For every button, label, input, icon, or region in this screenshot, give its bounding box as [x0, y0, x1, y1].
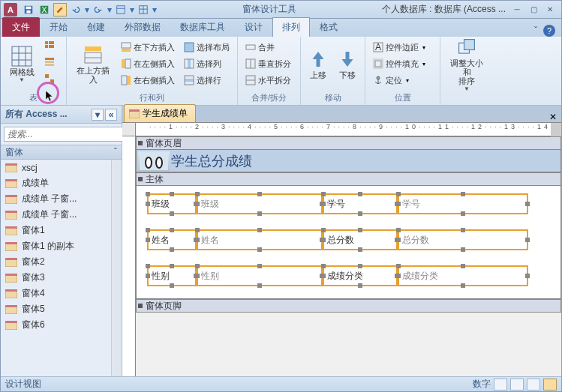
maximize-button[interactable]: ▢ — [525, 4, 542, 16]
control-padding[interactable]: 控件填充▾ — [370, 56, 428, 71]
qat-table[interactable] — [137, 3, 150, 16]
insert-right[interactable]: 在右侧插入 — [118, 73, 178, 88]
nav-item[interactable]: 窗体1 的副本 — [1, 238, 111, 254]
size-order[interactable]: 调整大小和 排序 ▼ — [445, 38, 488, 89]
svg-rect-48 — [464, 39, 475, 49]
field-label[interactable]: 性别 — [147, 265, 197, 286]
nav-item[interactable]: 成绩单 子窗... — [1, 207, 111, 223]
insert-above-button[interactable]: 在上方插入 — [71, 38, 115, 89]
qat-form1-dd[interactable]: ▾ — [130, 4, 134, 15]
ruler-h[interactable]: ····1····2····3····4····5····6····7····8… — [136, 123, 551, 136]
field-textbox[interactable]: 成绩分类 — [398, 265, 528, 286]
tab-home[interactable]: 开始 — [40, 17, 77, 37]
field-textbox[interactable]: 性别 — [197, 265, 323, 286]
merge-btn[interactable]: 合并 — [242, 40, 294, 55]
field-label[interactable]: 姓名 — [147, 229, 197, 250]
collapse-ribbon[interactable]: ˇ — [534, 25, 537, 36]
move-up[interactable]: 上移 — [305, 38, 332, 89]
svg-rect-60 — [5, 226, 17, 229]
field-label[interactable]: 总分数 — [323, 229, 398, 250]
control-margin[interactable]: A控件边距▾ — [370, 40, 428, 55]
remove-layout[interactable] — [41, 71, 58, 86]
field-textbox[interactable]: 班级 — [197, 193, 323, 214]
svg-rect-1 — [26, 6, 32, 9]
form-canvas[interactable]: 窗体页眉 学生总分成绩 主体 班级班级学号学号姓名姓名总分数总分数性别性别成绩分… — [136, 136, 561, 378]
view-datasheet[interactable] — [510, 379, 524, 391]
nav-dd[interactable]: ▾ — [92, 109, 104, 121]
close-button[interactable]: ✕ — [542, 4, 558, 16]
anchor-btn[interactable]: 定位▾ — [370, 73, 428, 88]
svg-point-79 — [157, 158, 161, 167]
select-col[interactable]: 选择列 — [181, 56, 233, 71]
vsplit-btn[interactable]: 垂直拆分 — [242, 56, 294, 71]
view-form[interactable] — [494, 379, 507, 391]
qat-redo-dd[interactable]: ▾ — [107, 4, 112, 15]
svg-rect-30 — [125, 59, 131, 68]
doc-close[interactable]: ✕ — [549, 112, 561, 122]
tab-file[interactable]: 文件 — [2, 17, 40, 37]
svg-rect-34 — [188, 59, 191, 68]
svg-rect-20 — [45, 61, 54, 63]
section-footer[interactable]: 窗体页脚 — [136, 299, 561, 313]
field-label[interactable]: 班级 — [147, 193, 197, 214]
select-layout[interactable]: 选择布局 — [181, 40, 233, 55]
view-design[interactable] — [543, 379, 557, 391]
tab-dbtools[interactable]: 数据库工具 — [170, 17, 235, 37]
nav-category[interactable]: 窗体ˇ — [1, 145, 122, 160]
svg-rect-74 — [129, 109, 140, 112]
qat-excel[interactable]: X — [38, 3, 51, 16]
field-label[interactable]: 学号 — [323, 193, 398, 214]
nav-search-input[interactable] — [4, 127, 125, 142]
insert-below[interactable]: 在下方插入 — [118, 40, 178, 55]
nav-item[interactable]: 窗体1 — [1, 223, 111, 238]
doc-tab[interactable]: 学生成绩单 — [124, 104, 196, 122]
nav-item[interactable]: 窗体3 — [1, 270, 111, 286]
tab-create[interactable]: 创建 — [77, 17, 115, 37]
nav-item[interactable]: xscj — [1, 160, 111, 175]
nav-collapse[interactable]: « — [105, 109, 117, 121]
tab-design[interactable]: 设计 — [235, 17, 272, 37]
field-label[interactable]: 成绩分类 — [323, 265, 398, 286]
minimize-button[interactable]: ─ — [509, 4, 525, 16]
help-icon[interactable]: ? — [543, 25, 555, 37]
tab-format[interactable]: 格式 — [310, 17, 347, 37]
section-header[interactable]: 窗体页眉 — [136, 136, 561, 150]
qat-redo[interactable] — [92, 3, 105, 16]
nav-scrollbar[interactable] — [111, 160, 122, 378]
view-layout[interactable] — [527, 379, 540, 391]
qat-form1[interactable] — [114, 3, 128, 16]
select-row[interactable]: 选择行 — [181, 73, 233, 88]
qat-undo-dd[interactable]: ▾ — [85, 4, 89, 15]
nav-item[interactable]: 窗体6 — [1, 317, 111, 333]
status-numlock: 数字 — [473, 378, 491, 391]
field-textbox[interactable]: 学号 — [398, 193, 528, 214]
svg-rect-22 — [45, 74, 49, 78]
nav-item[interactable]: 窗体5 — [1, 301, 111, 317]
move-down[interactable]: 下移 — [335, 38, 361, 89]
tab-external[interactable]: 外部数据 — [115, 17, 170, 37]
insert-left[interactable]: 在左侧插入 — [118, 56, 178, 71]
ruler-v[interactable] — [122, 136, 136, 378]
qat-edit[interactable] — [53, 3, 67, 16]
nav-item[interactable]: 窗体2 — [1, 254, 111, 270]
nav-title: 所有 Access ... — [5, 108, 68, 121]
form-title[interactable]: 学生总分成绩 — [171, 152, 252, 170]
qat-save[interactable] — [22, 3, 35, 16]
nav-item[interactable]: 成绩单 — [1, 175, 111, 191]
gridlines-button[interactable]: 网格线 ▼ — [5, 38, 38, 89]
nav-item[interactable]: 窗体4 — [1, 286, 111, 301]
svg-rect-17 — [45, 45, 48, 48]
status-left: 设计视图 — [5, 378, 41, 391]
ruler-corner[interactable] — [122, 123, 136, 136]
tab-arrange[interactable]: 排列 — [272, 17, 310, 37]
field-textbox[interactable]: 总分数 — [398, 229, 528, 250]
tabular-layout[interactable] — [41, 55, 58, 70]
nav-item[interactable]: 成绩单 子窗... — [1, 191, 111, 207]
stacked-layout[interactable] — [41, 38, 58, 53]
section-detail[interactable]: 主体 — [136, 172, 561, 186]
hsplit-btn[interactable]: 水平拆分 — [242, 73, 294, 88]
hdr-image[interactable] — [138, 151, 170, 171]
qat-undo[interactable] — [69, 3, 83, 16]
svg-rect-75 — [140, 152, 168, 170]
field-textbox[interactable]: 姓名 — [197, 229, 323, 250]
